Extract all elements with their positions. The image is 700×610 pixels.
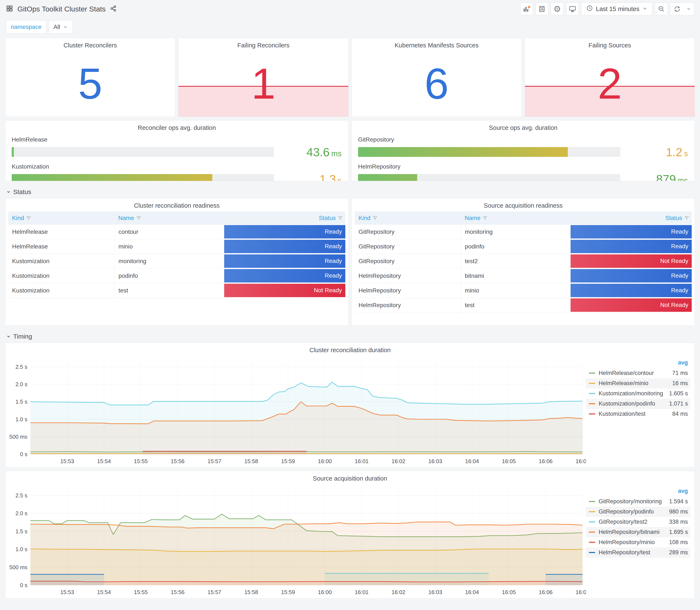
svg-text:15:56: 15:56: [170, 458, 184, 464]
column-header-name[interactable]: Name: [461, 215, 570, 222]
svg-text:16:03: 16:03: [428, 589, 442, 595]
section-row-status[interactable]: Status: [6, 188, 695, 195]
legend-series-name[interactable]: HelmRepository/test: [599, 549, 669, 556]
panel-title[interactable]: Cluster reconciliation readiness: [5, 198, 348, 210]
table-row: KustomizationtestNot Ready: [8, 283, 345, 298]
column-header-status[interactable]: Status: [224, 215, 345, 222]
panel-title[interactable]: Failing Reconcilers: [179, 38, 348, 49]
dashboard-grid: Cluster Reconcilers5Failing Reconcilers1…: [0, 34, 700, 598]
cell-kind: HelmRepository: [355, 269, 461, 283]
chart-plot[interactable]: 0 s500 ms1.0 s1.5 s2.0 s2.5 s15:5315:541…: [5, 483, 586, 597]
legend-series-color: [589, 521, 595, 523]
status-badge: Ready: [571, 240, 692, 253]
gauge-label: Kustomization: [12, 163, 342, 170]
chart-svg[interactable]: 0 s500 ms1.0 s1.5 s2.0 s2.5 s15:5315:541…: [5, 354, 586, 467]
legend-series-name[interactable]: GitRepository/podinfo: [599, 509, 669, 515]
chevron-down-icon: [642, 5, 648, 13]
legend-series-name[interactable]: GitRepository/test2: [599, 519, 669, 525]
legend-row: HelmRelease/minio16 ms: [586, 378, 690, 388]
legend-series-name[interactable]: HelmRepository/bitnami: [599, 529, 669, 535]
gauge-value-unit: ms: [331, 149, 342, 158]
svg-text:16:05: 16:05: [502, 589, 516, 595]
legend-series-avg: 1.695 s: [669, 529, 688, 535]
column-header-kind[interactable]: Kind: [8, 215, 115, 222]
gauges-row: Reconciler ops avg. durationHelmRelease4…: [5, 120, 695, 181]
legend-series-name[interactable]: GitRepository/monitoring: [599, 498, 669, 505]
chart-plot[interactable]: 0 s500 ms1.0 s1.5 s2.0 s2.5 s15:5315:541…: [5, 354, 586, 467]
save-dashboard-button[interactable]: [536, 2, 548, 15]
column-header-kind[interactable]: Kind: [355, 215, 461, 222]
chart-svg[interactable]: 0 s500 ms1.0 s1.5 s2.0 s2.5 s15:5315:541…: [5, 483, 586, 597]
time-range-picker[interactable]: Last 15 minutes: [582, 2, 652, 15]
svg-text:15:58: 15:58: [244, 458, 258, 464]
gauge-fill: [12, 147, 14, 157]
chevron-down-icon: [6, 334, 11, 339]
legend-series-name[interactable]: Kustomization/podinfo: [599, 400, 669, 407]
legend-series-name[interactable]: HelmRelease/minio: [599, 380, 672, 387]
legend-series-name[interactable]: HelmRelease/contour: [599, 370, 672, 376]
legend-series-name[interactable]: Kustomization/monitoring: [599, 390, 669, 397]
table-panel: Cluster reconciliation readinessKindName…: [5, 198, 348, 326]
svg-text:1.5 s: 1.5 s: [16, 399, 28, 405]
cell-kind: HelmRelease: [8, 239, 115, 254]
panel-title[interactable]: Source acquisition readiness: [352, 198, 695, 210]
legend-avg-header[interactable]: avg: [586, 359, 690, 368]
table: KindNameStatusGitRepositorymonitoringRea…: [355, 211, 692, 325]
panel-title[interactable]: Reconciler ops avg. duration: [12, 121, 342, 132]
refresh-interval-dropdown[interactable]: [684, 3, 694, 15]
filter-icon: [136, 215, 141, 220]
svg-text:15:55: 15:55: [134, 589, 148, 595]
column-header-name[interactable]: Name: [115, 215, 224, 222]
add-panel-button[interactable]: [520, 2, 533, 15]
status-badge: Not Ready: [224, 284, 345, 297]
table-header-row: KindNameStatus: [355, 211, 692, 225]
dashboard-settings-button[interactable]: ⚙: [551, 2, 564, 15]
cell-kind: Kustomization: [8, 269, 115, 283]
share-icon[interactable]: [110, 5, 117, 13]
status-badge: Ready: [571, 284, 692, 297]
svg-text:16:01: 16:01: [355, 589, 369, 595]
gauge-value-unit: ms: [678, 176, 688, 181]
chart-legend: avgGitRepository/monitoring1.594 sGitRep…: [586, 483, 695, 597]
gauge-track: [358, 174, 620, 181]
variable-value-dropdown[interactable]: All: [49, 20, 73, 34]
svg-text:15:58: 15:58: [244, 589, 258, 595]
panel-title[interactable]: Kubernetes Manifests Sources: [352, 38, 521, 49]
zoom-out-button[interactable]: [655, 2, 668, 15]
svg-text:16:07: 16:07: [575, 458, 586, 464]
chart-body: 0 s500 ms1.0 s1.5 s2.0 s2.5 s15:5315:541…: [5, 354, 695, 467]
section-row-timing[interactable]: Timing: [6, 333, 695, 340]
cell-status: Ready: [570, 225, 692, 239]
refresh-button[interactable]: [670, 3, 684, 15]
table-row: HelmReleaseminioReady: [8, 239, 345, 254]
column-header-status[interactable]: Status: [570, 215, 692, 222]
panel-title[interactable]: Failing Sources: [525, 38, 695, 49]
legend-series-color: [589, 373, 595, 374]
cycle-view-mode-button[interactable]: [566, 2, 579, 15]
svg-text:2.0 s: 2.0 s: [16, 510, 28, 516]
panel-title[interactable]: Cluster reconciliation duration: [5, 343, 695, 354]
table-row: GitRepositorypodinfoReady: [355, 239, 692, 254]
svg-text:15:59: 15:59: [281, 458, 295, 464]
svg-text:16:02: 16:02: [391, 458, 405, 464]
cell-status: Ready: [570, 283, 692, 298]
legend-avg-header[interactable]: avg: [586, 488, 690, 497]
gauge-fill-gradient: [358, 174, 417, 181]
gauge-track: [358, 147, 620, 157]
cell-status: Not Ready: [570, 298, 692, 312]
legend-series-name[interactable]: HelmRepository/minio: [599, 539, 669, 546]
chart-legend: avgHelmRelease/contour71 msHelmRelease/m…: [586, 354, 695, 467]
apps-grid-icon[interactable]: [6, 5, 13, 13]
gear-icon: ⚙: [553, 5, 561, 13]
panel-title[interactable]: Cluster Reconcilers: [5, 38, 175, 49]
svg-text:16:02: 16:02: [391, 589, 405, 595]
table-header-row: KindNameStatus: [8, 211, 345, 225]
cell-status: Not Ready: [570, 254, 692, 269]
legend-series-avg: 338 ms: [669, 519, 688, 525]
panel-title[interactable]: Source ops avg. duration: [358, 121, 688, 132]
legend-series-name[interactable]: Kustomization/test: [599, 411, 672, 417]
gauge-label: HelmRepository: [358, 163, 688, 170]
stat-value: 5: [5, 61, 175, 105]
legend-series-color: [589, 511, 595, 512]
panel-title[interactable]: Source acquisition duration: [5, 471, 695, 483]
